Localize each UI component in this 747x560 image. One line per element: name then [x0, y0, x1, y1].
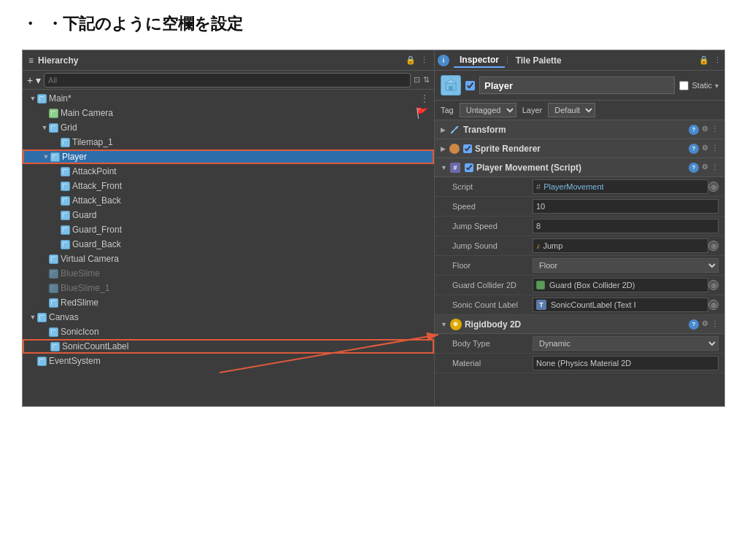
field-script: Script # PlayerMovement ◎	[435, 177, 724, 197]
component-header-rigidbody2d[interactable]: ▼ ⊕ Rigidbody 2D ? ⚙ ⋮	[435, 315, 724, 334]
item-name: RedSlime	[61, 298, 434, 308]
component-icons: ? ⚙ ⋮	[689, 319, 719, 330]
inspector-object-icon	[441, 75, 461, 96]
field-label: Body Type	[452, 339, 533, 348]
item-name: Grid	[61, 122, 434, 133]
field-label: Jump Speed	[452, 222, 533, 230]
component-header-player-movement[interactable]: ▼ # Player Movement (Script) ? ⚙ ⋮	[435, 158, 724, 177]
field-label: Speed	[452, 202, 533, 211]
comp-dots-icon: ⋮	[711, 319, 719, 330]
tab-tile-palette[interactable]: Tile Palette	[510, 54, 568, 67]
script-target-btn[interactable]: ◎	[708, 182, 719, 192]
cube-icon	[49, 123, 58, 133]
guard-collider-value-box: Guard (Box Collider 2D)	[533, 278, 708, 292]
hierarchy-list: Main* ⋮ Main Camera 🚩 Grid Tilemap_1	[23, 90, 434, 406]
layer-label: Layer	[522, 106, 543, 114]
cube-icon	[37, 94, 47, 104]
material-value: None (Physics Material 2D	[536, 359, 715, 368]
hierarchy-item-canvas[interactable]: Canvas	[23, 310, 434, 324]
hierarchy-item-redslime[interactable]: RedSlime	[23, 295, 434, 310]
tag-select[interactable]: Untagged	[460, 103, 516, 117]
component-icons: ? ⚙ ⋮	[689, 125, 719, 135]
field-body-type: Body Type Dynamic	[435, 334, 724, 354]
inspector-panel: i Inspector | Tile Palette 🔒 ⋮	[435, 50, 724, 406]
sonic-count-value-box: T SonicCountLabel (Text I	[533, 298, 708, 312]
inspector-tag-row: Tag Untagged Layer Default	[435, 101, 724, 120]
hierarchy-item-main[interactable]: Main* ⋮	[23, 91, 434, 106]
field-jump-sound: Jump Sound ♪ Jump ◎	[435, 236, 724, 256]
item-name: Tilemap_1	[72, 137, 434, 147]
field-guard-collider: Guard Collider 2D Guard (Box Collider 2D…	[435, 276, 724, 295]
jump-speed-input[interactable]	[533, 219, 719, 233]
tab-inspector[interactable]: Inspector	[454, 53, 505, 68]
floor-select[interactable]: Floor	[533, 258, 719, 273]
add-button[interactable]: + ▾	[27, 75, 41, 85]
item-dots[interactable]: ⋮	[419, 93, 430, 104]
search-input[interactable]	[44, 73, 411, 88]
hierarchy-item-tilemap[interactable]: Tilemap_1	[23, 135, 434, 149]
hierarchy-item-guard-back[interactable]: Guard_Back	[23, 237, 434, 252]
hierarchy-header: ≡ Hierarchy 🔒 ⋮	[23, 50, 434, 71]
hierarchy-item-main-camera[interactable]: Main Camera 🚩	[23, 106, 434, 120]
transform-icon	[449, 124, 460, 136]
body-type-select[interactable]: Dynamic	[533, 336, 719, 351]
layer-select[interactable]: Default	[548, 103, 595, 117]
hierarchy-item-attack-front[interactable]: Attack_Front	[23, 179, 434, 193]
hierarchy-item-attack-back[interactable]: Attack_Back	[23, 193, 434, 208]
hierarchy-item-attackpoint[interactable]: AttackPoint	[23, 164, 434, 179]
component-name: Sprite Renderer	[475, 144, 689, 154]
svg-marker-1	[445, 79, 457, 83]
object-active-checkbox[interactable]	[465, 81, 475, 90]
item-name: Virtual Camera	[61, 254, 434, 264]
comp-settings-icon: ⚙	[702, 163, 708, 173]
sonic-count-value: SonicCountLabel (Text I	[551, 300, 705, 309]
hierarchy-item-guard-front[interactable]: Guard_Front	[23, 222, 434, 237]
inspector-tabs: i Inspector | Tile Palette 🔒 ⋮	[435, 50, 724, 71]
hierarchy-item-player[interactable]: Player	[23, 149, 434, 164]
comp-help-icon: ?	[689, 319, 699, 330]
flag-icon: 🚩	[416, 107, 428, 119]
speed-input[interactable]	[533, 199, 719, 214]
script-icon: #	[450, 162, 462, 174]
static-checkbox[interactable]	[679, 81, 689, 90]
hierarchy-item-soniccountlabel[interactable]: SonicCountLabel	[23, 339, 434, 354]
component-header-transform[interactable]: ▶ Transform ? ⚙ ⋮	[435, 120, 724, 139]
comp-dots-icon: ⋮	[711, 125, 719, 135]
sprite-renderer-checkbox[interactable]	[463, 144, 472, 153]
component-name: Rigidbody 2D	[465, 319, 689, 330]
sonic-count-target-btn[interactable]: ◎	[708, 300, 719, 310]
hierarchy-toolbar: + ▾ ⊡ ⇅	[23, 71, 434, 90]
hierarchy-title: Hierarchy	[38, 55, 78, 66]
static-group: Static ▾	[679, 81, 719, 90]
music-icon: ♪	[536, 241, 541, 250]
lock-tab-icon: 🔒	[699, 55, 709, 65]
inspector-info-icon: i	[438, 55, 449, 66]
comp-arrow: ▼	[441, 321, 447, 328]
hierarchy-item-grid[interactable]: Grid	[23, 120, 434, 135]
page-title: ・ ・下記のように空欄を設定	[0, 0, 747, 42]
bullet-icon: ・	[22, 15, 38, 33]
script-value[interactable]: PlayerMovement	[543, 182, 705, 191]
comp-arrow: ▼	[441, 164, 447, 171]
hierarchy-item-blueslime[interactable]: BlueSlime	[23, 266, 434, 281]
cube-icon	[61, 182, 70, 191]
hierarchy-item-blueslime1[interactable]: BlueSlime_1	[23, 281, 434, 295]
tree-arrow	[28, 314, 37, 321]
item-name: Guard	[72, 210, 434, 220]
hierarchy-item-eventsystem[interactable]: EventSystem	[23, 354, 434, 368]
rigidbody-icon: ⊕	[450, 319, 462, 330]
hierarchy-item-sonicicon[interactable]: SonicIcon	[23, 324, 434, 339]
field-label: Script	[452, 182, 533, 191]
jump-sound-target-btn[interactable]: ◎	[708, 241, 719, 251]
hierarchy-item-virtual-camera[interactable]: Virtual Camera	[23, 252, 434, 266]
object-name-input[interactable]	[479, 77, 675, 94]
component-header-sprite-renderer[interactable]: ▶ Sprite Renderer ? ⚙ ⋮	[435, 139, 724, 158]
comp-arrow: ▶	[441, 145, 446, 152]
hierarchy-item-guard[interactable]: Guard	[23, 208, 434, 222]
comp-settings-icon: ⚙	[702, 125, 708, 135]
sort-icon: ⇅	[423, 75, 430, 85]
field-material: Material None (Physics Material 2D	[435, 354, 724, 373]
guard-collider-target-btn[interactable]: ◎	[708, 280, 719, 290]
component-name: Player Movement (Script)	[476, 163, 689, 173]
player-movement-checkbox[interactable]	[465, 163, 473, 172]
